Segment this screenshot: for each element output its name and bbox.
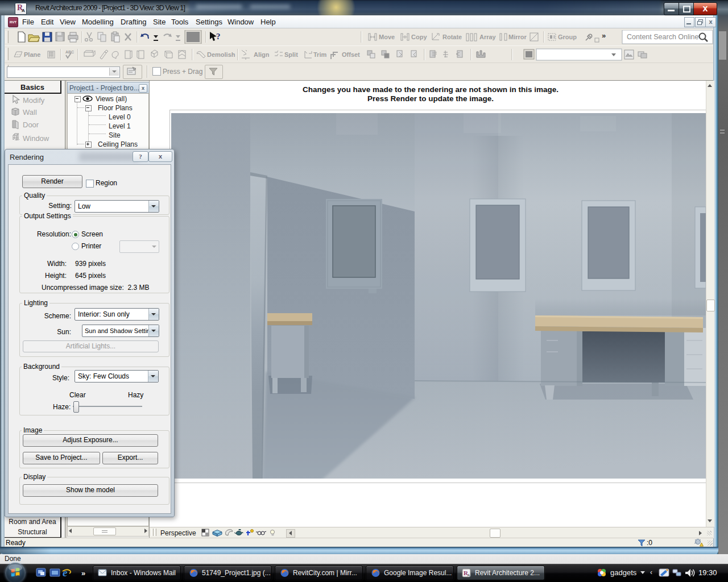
svg-text:Move: Move: [379, 34, 395, 40]
svg-text:Plane: Plane: [24, 51, 40, 58]
svg-text:Mirror: Mirror: [508, 34, 527, 40]
svg-text:Array: Array: [479, 34, 497, 40]
svg-text:Group: Group: [558, 34, 577, 40]
svg-text:Rotate: Rotate: [442, 34, 462, 40]
svg-text:Offset: Offset: [342, 51, 360, 58]
svg-text:A: A: [468, 573, 470, 577]
svg-text:e: e: [63, 567, 68, 579]
svg-text:Demolish: Demolish: [207, 51, 235, 58]
svg-text:ABC: ABC: [65, 50, 74, 54]
svg-text:Trim: Trim: [313, 51, 326, 58]
svg-text:?: ?: [216, 32, 221, 41]
svg-text:Align: Align: [254, 51, 270, 58]
svg-text:Split: Split: [284, 51, 298, 58]
svg-text:»: »: [602, 31, 606, 40]
svg-text:»: »: [81, 569, 85, 577]
svg-text:Content Search Online: Content Search Online: [627, 33, 699, 41]
svg-text:Copy: Copy: [411, 34, 427, 40]
